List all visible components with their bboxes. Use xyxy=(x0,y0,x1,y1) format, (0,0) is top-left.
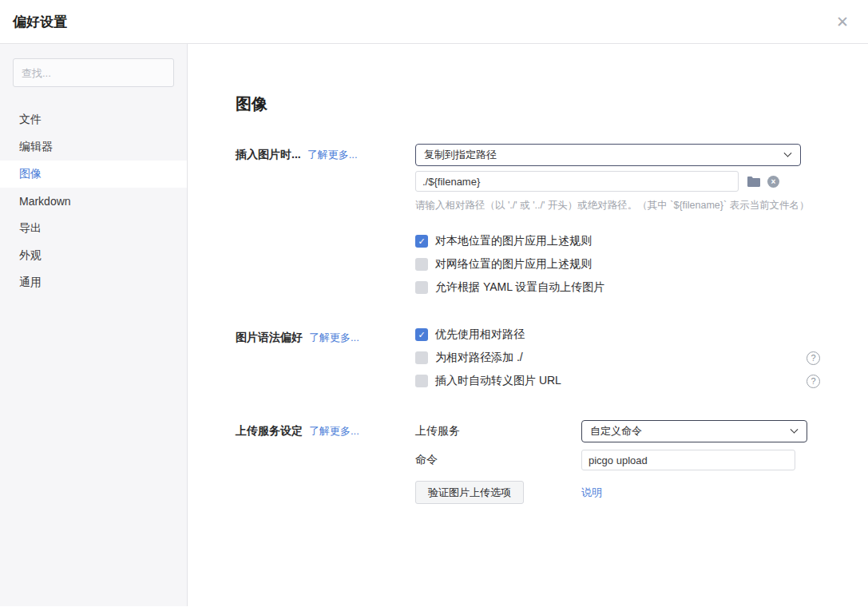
browse-folder-icon[interactable] xyxy=(747,176,761,188)
sidebar-search-wrap xyxy=(0,58,187,100)
insert-image-section: 插入图片时... 了解更多... 复制到指定路径 × 请输 xyxy=(236,144,820,303)
sidebar: 文件 编辑器 图像 Markdown 导出 外观 通用 xyxy=(0,44,188,606)
sidebar-item-export[interactable]: 导出 xyxy=(0,215,187,242)
validate-upload-button[interactable]: 验证图片上传选项 xyxy=(415,481,524,504)
target-path-input[interactable] xyxy=(415,171,739,192)
help-icon[interactable]: ? xyxy=(807,375,820,388)
insert-image-label: 插入图片时... xyxy=(236,148,301,162)
sidebar-item-editor[interactable]: 编辑器 xyxy=(0,133,187,161)
close-icon[interactable]: ✕ xyxy=(831,11,854,33)
main-panel: 图像 插入图片时... 了解更多... 复制到指定路径 xyxy=(188,44,868,606)
syntax-learn-more-link[interactable]: 了解更多... xyxy=(309,331,359,345)
image-syntax-section: 图片语法偏好 了解更多... ✓ 优先使用相对路径 ✓ 为相对路径添加 ./ ?… xyxy=(236,327,820,396)
dialog-header: 偏好设置 ✕ xyxy=(0,0,868,44)
add-dot-slash-checkbox-row[interactable]: ✓ 为相对路径添加 ./ ? xyxy=(415,350,820,366)
sidebar-nav: 文件 编辑器 图像 Markdown 导出 外观 通用 xyxy=(0,106,187,296)
uploader-select-value: 自定义命令 xyxy=(590,424,642,438)
image-syntax-label: 图片语法偏好 xyxy=(236,331,303,345)
path-hint-text: 请输入相对路径（以 './' 或 '../' 开头）或绝对路径。（其中 `${f… xyxy=(415,199,820,212)
yaml-auto-upload-checkbox-row[interactable]: ✓ 允许根据 YAML 设置自动上传图片 xyxy=(415,280,820,296)
checkbox[interactable]: ✓ xyxy=(415,258,428,271)
sidebar-item-general[interactable]: 通用 xyxy=(0,269,187,296)
apply-web-images-checkbox-row[interactable]: ✓ 对网络位置的图片应用上述规则 xyxy=(415,256,820,272)
command-input[interactable] xyxy=(581,450,795,470)
upload-service-label: 上传服务设定 xyxy=(236,424,303,438)
page-title: 图像 xyxy=(236,93,820,115)
sidebar-item-appearance[interactable]: 外观 xyxy=(0,242,187,269)
insert-action-select[interactable]: 复制到指定路径 xyxy=(415,144,801,166)
sidebar-item-file[interactable]: 文件 xyxy=(0,106,187,133)
upload-service-section: 上传服务设定 了解更多... 上传服务 自定义命令 命令 验证图 xyxy=(236,420,820,504)
checkbox[interactable]: ✓ xyxy=(415,328,428,341)
escape-url-checkbox-row[interactable]: ✓ 插入时自动转义图片 URL ? xyxy=(415,373,820,389)
uploader-select[interactable]: 自定义命令 xyxy=(581,420,807,442)
dialog-body: 文件 编辑器 图像 Markdown 导出 外观 通用 图像 插入图片时... … xyxy=(0,44,868,606)
upload-doc-link[interactable]: 说明 xyxy=(581,486,602,500)
checkbox[interactable]: ✓ xyxy=(415,235,428,248)
upload-learn-more-link[interactable]: 了解更多... xyxy=(309,424,359,438)
command-label: 命令 xyxy=(415,453,581,467)
insert-action-select-value: 复制到指定路径 xyxy=(424,148,497,162)
chevron-down-icon xyxy=(791,425,799,433)
checkbox[interactable]: ✓ xyxy=(415,281,428,294)
clear-path-icon[interactable]: × xyxy=(767,176,779,188)
chevron-down-icon xyxy=(784,149,792,157)
insert-learn-more-link[interactable]: 了解更多... xyxy=(307,148,358,162)
apply-local-images-checkbox-row[interactable]: ✓ 对本地位置的图片应用上述规则 xyxy=(415,233,820,249)
search-input[interactable] xyxy=(13,58,174,87)
sidebar-item-markdown[interactable]: Markdown xyxy=(0,188,187,215)
help-icon[interactable]: ? xyxy=(807,351,820,365)
checkbox[interactable]: ✓ xyxy=(415,375,428,387)
sidebar-item-image[interactable]: 图像 xyxy=(0,161,187,188)
checkbox[interactable]: ✓ xyxy=(415,351,428,364)
uploader-select-label: 上传服务 xyxy=(415,424,581,438)
prefer-relative-path-checkbox-row[interactable]: ✓ 优先使用相对路径 xyxy=(415,327,820,343)
dialog-title: 偏好设置 xyxy=(13,13,67,31)
